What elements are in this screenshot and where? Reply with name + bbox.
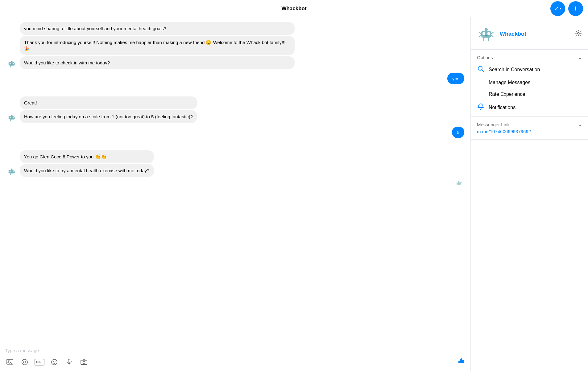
header-actions: ✓ ▾ i	[550, 1, 583, 16]
gear-button[interactable]	[575, 30, 582, 38]
svg-point-47	[53, 361, 54, 362]
main-content: you mind sharing a little about yourself…	[0, 17, 588, 371]
svg-rect-57	[485, 35, 488, 36]
image-button[interactable]	[5, 357, 15, 367]
emoji-button[interactable]	[49, 357, 59, 367]
bot-messages-stack: You go Glen Coco!!! Power to you 👏👏 Woul…	[20, 150, 154, 177]
microphone-button[interactable]	[64, 357, 74, 367]
bot-avatar	[6, 58, 17, 69]
svg-rect-15	[11, 118, 12, 119]
svg-rect-36	[460, 182, 461, 183]
info-icon: i	[575, 5, 577, 12]
user-message-group: 5	[6, 127, 464, 138]
svg-point-48	[55, 361, 56, 362]
camera-button[interactable]	[79, 357, 89, 367]
bot-message-group: you mind sharing a little about yourself…	[6, 22, 464, 69]
svg-rect-14	[13, 116, 14, 117]
user-message-group: yes	[6, 73, 464, 84]
bot-messages-stack: you mind sharing a little about yourself…	[20, 22, 295, 69]
svg-line-7	[14, 63, 15, 63]
right-sidebar: Whackbot Options ⌄	[471, 17, 588, 371]
bot-bubble: Would you like to check in with me today…	[20, 56, 295, 69]
options-section-header[interactable]: Options ⌄	[477, 55, 582, 60]
svg-point-42	[23, 361, 24, 362]
bot-avatar-large	[477, 25, 495, 43]
svg-rect-35	[457, 182, 458, 183]
bot-bubble: You go Glen Coco!!! Power to you 👏👏	[20, 150, 154, 163]
svg-text:GIF: GIF	[36, 361, 41, 364]
svg-rect-24	[10, 170, 10, 171]
svg-rect-2	[10, 63, 10, 63]
bot-bubble: Great!	[20, 96, 197, 109]
user-avatar-indicator	[6, 179, 463, 187]
svg-line-28	[8, 172, 9, 173]
toolbar-row: GIF	[5, 356, 466, 369]
checkmark-icon: ✓	[554, 5, 559, 12]
messenger-link-url[interactable]: m.me/1074606699379692	[477, 129, 531, 134]
options-section: Options ⌄ Search in Conversation	[471, 50, 588, 117]
svg-line-5	[8, 63, 9, 63]
svg-line-66	[482, 70, 484, 72]
messenger-link-title: Messenger Link	[477, 122, 510, 127]
svg-rect-51	[81, 360, 87, 365]
svg-rect-55	[482, 32, 485, 35]
svg-line-61	[491, 35, 493, 36]
messenger-link-section: Messenger Link ⌄ m.me/1074606699379692	[471, 117, 588, 140]
search-icon	[477, 65, 484, 74]
chat-area: you mind sharing a little about yourself…	[0, 17, 471, 371]
header: Whackbot ✓ ▾ i	[0, 0, 588, 17]
svg-line-37	[456, 183, 457, 183]
bot-bubble: How are you feeling today on a scale fro…	[20, 110, 197, 123]
svg-line-27	[8, 171, 9, 171]
option-manage[interactable]: Manage Messages	[477, 80, 582, 85]
like-button[interactable]	[457, 357, 466, 367]
bot-info-header: Whackbot	[471, 17, 588, 50]
svg-rect-13	[10, 116, 10, 117]
bot-bubble: Thank you for introducing yourself! Noth…	[20, 36, 295, 55]
svg-line-38	[461, 183, 462, 183]
option-notifications[interactable]: Notifications	[477, 103, 582, 112]
options-list: Search in Conversation Manage Messages R…	[477, 62, 582, 112]
svg-rect-56	[487, 32, 490, 35]
option-rate[interactable]: Rate Experience	[477, 92, 582, 97]
bell-icon	[477, 103, 484, 112]
svg-point-53	[485, 28, 488, 31]
svg-point-52	[83, 361, 85, 364]
svg-rect-4	[11, 64, 12, 65]
svg-rect-49	[68, 359, 70, 362]
bot-message-group: Great! How are you feeling today on a sc…	[6, 96, 464, 123]
info-button[interactable]: i	[568, 1, 583, 16]
message-input-row	[5, 345, 466, 356]
messenger-link-header[interactable]: Messenger Link ⌄	[477, 122, 582, 128]
bot-bubble: Would you like to try a mental health ex…	[20, 164, 154, 177]
svg-point-64	[578, 32, 579, 34]
chevron-down-icon: ⌄	[578, 122, 582, 128]
rate-label: Rate Experience	[477, 92, 525, 97]
manage-label: Manage Messages	[477, 80, 530, 85]
bot-avatar	[6, 166, 17, 177]
chevron-icon: ▾	[560, 6, 561, 10]
bot-bubble: you mind sharing a little about yourself…	[20, 22, 295, 35]
option-search[interactable]: Search in Conversation	[477, 65, 582, 74]
svg-point-40	[8, 360, 9, 361]
chevron-down-icon: ⌄	[578, 55, 582, 60]
search-label: Search in Conversation	[489, 67, 540, 72]
svg-point-43	[25, 361, 26, 362]
user-bubble: 5	[452, 127, 464, 138]
svg-line-30	[14, 172, 15, 173]
message-input[interactable]	[5, 348, 466, 353]
bot-name-sidebar: Whackbot	[500, 31, 526, 37]
gif-button[interactable]: GIF	[35, 357, 44, 367]
sticker-button[interactable]	[20, 357, 30, 367]
bot-message-group: You go Glen Coco!!! Power to you 👏👏 Woul…	[6, 150, 464, 177]
bot-info-left: Whackbot	[477, 25, 526, 43]
svg-line-6	[8, 64, 9, 65]
user-bubble: yes	[447, 73, 464, 84]
check-button[interactable]: ✓ ▾	[550, 1, 565, 16]
svg-line-18	[14, 117, 15, 117]
svg-rect-3	[13, 63, 14, 63]
svg-line-60	[491, 33, 493, 34]
notifications-label: Notifications	[489, 105, 516, 110]
svg-rect-39	[7, 359, 13, 364]
svg-line-17	[8, 118, 9, 119]
